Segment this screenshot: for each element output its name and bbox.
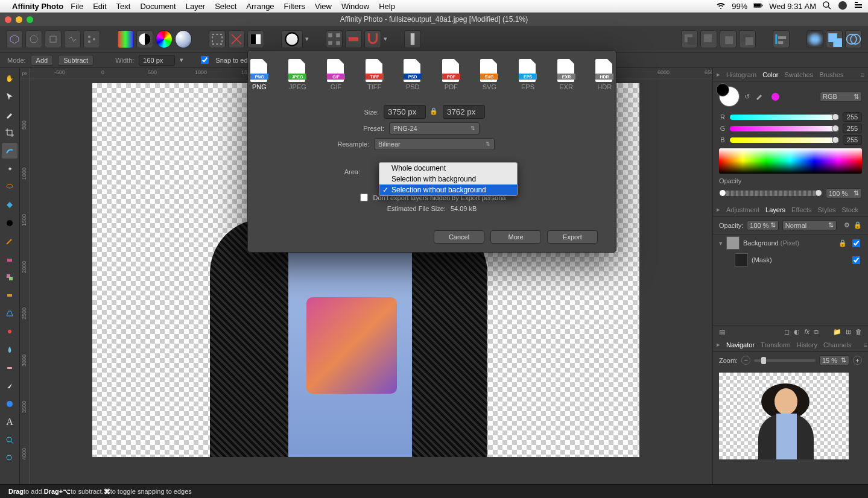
marquee-icon[interactable] <box>209 30 226 48</box>
more-button[interactable]: More <box>490 230 541 244</box>
grid-icon[interactable] <box>326 30 343 48</box>
invert-icon[interactable] <box>247 30 264 48</box>
format-eps[interactable]: EPSEPS <box>516 59 539 90</box>
format-png[interactable]: PNGPNG <box>248 59 271 90</box>
persona-export[interactable] <box>83 30 100 48</box>
perspective-tool[interactable] <box>2 306 17 321</box>
disclosure-icon[interactable]: ▾ <box>719 239 723 247</box>
g-value[interactable]: 255 <box>843 124 862 133</box>
b-slider[interactable] <box>730 137 839 143</box>
inpaint-tool[interactable] <box>2 288 17 303</box>
chevron-down-icon[interactable]: ▾ <box>384 35 387 43</box>
menu-text[interactable]: Text <box>116 2 131 11</box>
assistant-icon[interactable] <box>404 30 421 48</box>
opacity-slider[interactable] <box>719 191 822 196</box>
area-option-whole[interactable]: Whole document <box>379 163 517 174</box>
move-tool[interactable] <box>2 89 17 104</box>
clock[interactable]: Wed 9:31 AM <box>769 2 816 11</box>
sphere-icon[interactable] <box>175 30 192 48</box>
snap-checkbox[interactable] <box>201 56 209 64</box>
resample-select[interactable]: Bilinear⇅ <box>374 138 495 150</box>
loupe-tool[interactable] <box>2 450 17 466</box>
g-slider[interactable] <box>730 126 839 131</box>
export-height[interactable] <box>443 105 485 119</box>
layer-visible[interactable] <box>852 239 860 247</box>
format-tiff[interactable]: TIFFTIFF <box>363 59 386 90</box>
tab-effects[interactable]: Effects <box>791 206 811 213</box>
lock-icon[interactable]: 🔒 <box>838 239 847 247</box>
color-wheel-icon[interactable] <box>156 30 173 48</box>
trash-icon[interactable]: 🗑 <box>855 328 862 336</box>
width-stepper[interactable]: ▾ <box>180 56 183 64</box>
tab-transform[interactable]: Transform <box>761 341 791 348</box>
preset-select[interactable]: PNG-24⇅ <box>389 122 480 134</box>
blend-mode-select[interactable]: Normal⇅ <box>782 220 837 230</box>
export-button[interactable]: Export <box>547 230 598 244</box>
menu-file[interactable]: File <box>71 2 83 11</box>
zoom-slider[interactable] <box>754 359 816 362</box>
eraser-tool[interactable] <box>2 251 17 267</box>
magnet-icon[interactable] <box>364 30 381 48</box>
tab-stock[interactable]: Stock <box>841 206 858 213</box>
lock-icon[interactable]: 🔒 <box>854 221 862 229</box>
chevron-down-icon[interactable]: ▾ <box>305 35 309 43</box>
zoom-out-icon[interactable]: − <box>741 356 750 365</box>
lock-icon[interactable]: 🔒 <box>429 107 439 117</box>
shape-tool[interactable] <box>2 396 17 412</box>
pen-tool[interactable] <box>2 378 17 394</box>
chevron-icon[interactable]: ▸ <box>717 71 720 78</box>
fill-tool[interactable] <box>2 197 17 213</box>
menu-window[interactable]: Window <box>341 2 369 11</box>
format-psd[interactable]: PSDPSD <box>401 59 424 90</box>
menu-document[interactable]: Document <box>140 2 176 11</box>
layer-opacity[interactable]: 100 %⇅ <box>747 220 778 230</box>
fg-bg-swatch[interactable] <box>719 86 740 107</box>
area-option-withbg[interactable]: Selection with background <box>379 174 517 184</box>
menu-arrange[interactable]: Arrange <box>246 2 274 11</box>
opacity-value[interactable]: 100 %⇅ <box>826 188 862 198</box>
bool-sub-icon[interactable] <box>826 30 843 48</box>
menu-view[interactable]: View <box>315 2 332 11</box>
color-spectrum[interactable] <box>719 148 862 174</box>
adjust-circle-icon[interactable]: ◐ <box>794 328 800 336</box>
text-tool[interactable]: A <box>2 414 17 430</box>
add-layer-icon[interactable]: ⊞ <box>846 328 851 336</box>
area-option-withoutbg[interactable]: Selection without background <box>379 184 517 195</box>
tab-styles[interactable]: Styles <box>818 206 836 213</box>
tab-histogram[interactable]: Histogram <box>726 71 756 78</box>
eyedropper-tool[interactable] <box>2 107 17 122</box>
spotlight-icon[interactable] <box>822 1 832 12</box>
paint-tool[interactable] <box>2 215 17 231</box>
arrange-back-icon[interactable] <box>681 30 698 48</box>
format-hdr[interactable]: HDRHDR <box>593 59 616 90</box>
persona-photo[interactable] <box>6 30 23 48</box>
eyedropper-icon[interactable] <box>755 91 764 102</box>
persona-develop[interactable] <box>45 30 62 48</box>
blur-tool[interactable] <box>2 342 17 358</box>
mode-subtract-button[interactable]: Subtract <box>58 55 93 66</box>
brush-tool[interactable] <box>2 233 17 249</box>
zoom-value[interactable]: 15 %⇅ <box>819 355 849 365</box>
fx-icon[interactable]: fx <box>804 328 809 336</box>
tab-navigator[interactable]: Navigator <box>726 341 755 348</box>
menu-filters[interactable]: Filters <box>284 2 305 11</box>
notifications-icon[interactable] <box>854 1 863 12</box>
rgb-icon[interactable] <box>117 30 134 48</box>
menu-layer[interactable]: Layer <box>186 2 206 11</box>
persona-tone[interactable] <box>64 30 81 48</box>
snap-off-icon[interactable] <box>345 30 362 48</box>
selection-brush-tool[interactable] <box>2 143 17 159</box>
tab-layers[interactable]: Layers <box>765 206 785 213</box>
battery-icon[interactable] <box>753 1 763 12</box>
wifi-icon[interactable] <box>716 1 726 12</box>
bw-icon[interactable] <box>136 30 153 48</box>
chevron-icon[interactable]: ▸ <box>717 341 720 348</box>
width-value[interactable]: 160 px <box>139 55 175 66</box>
menu-select[interactable]: Select <box>215 2 236 11</box>
menu-edit[interactable]: Edit <box>93 2 106 11</box>
mode-add-button[interactable]: Add <box>31 55 54 66</box>
crop-icon[interactable]: ⧉ <box>814 328 819 336</box>
layer-visible[interactable] <box>852 256 860 264</box>
format-svg[interactable]: SVGSVG <box>478 59 501 90</box>
deselect-icon[interactable] <box>228 30 245 48</box>
